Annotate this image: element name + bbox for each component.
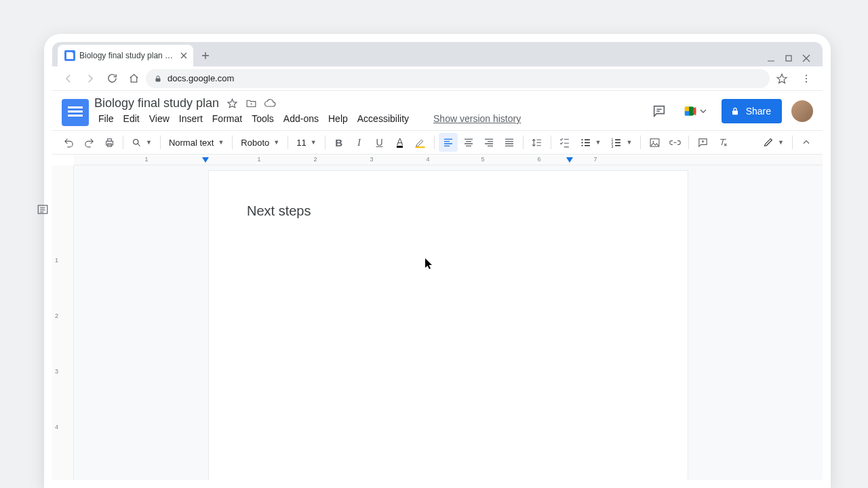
insert-link-button[interactable] xyxy=(665,133,684,152)
menu-file[interactable]: File xyxy=(94,112,118,125)
share-button[interactable]: Share xyxy=(722,99,782,123)
docs-favicon-icon xyxy=(64,50,75,61)
browser-menu-button[interactable] xyxy=(797,69,816,88)
italic-button[interactable]: I xyxy=(350,133,369,152)
menu-edit[interactable]: Edit xyxy=(119,112,144,125)
document-title[interactable]: Biology final study plan xyxy=(94,96,219,110)
cloud-status-icon[interactable] xyxy=(264,98,276,110)
move-button[interactable] xyxy=(245,98,257,110)
outline-toggle-button[interactable] xyxy=(34,201,52,218)
tab-close-button[interactable] xyxy=(180,52,188,60)
svg-rect-8 xyxy=(107,138,111,141)
back-button[interactable] xyxy=(59,69,78,88)
new-tab-button[interactable] xyxy=(197,47,214,64)
menu-insert[interactable]: Insert xyxy=(175,112,207,125)
account-avatar[interactable] xyxy=(791,100,813,122)
font-value: Roboto xyxy=(241,138,269,148)
clear-formatting-button[interactable] xyxy=(713,133,732,152)
print-button[interactable] xyxy=(100,133,119,152)
tab-title: Biology final study plan - Google D xyxy=(79,51,176,60)
url-text: docs.google.com xyxy=(167,73,234,83)
font-select[interactable]: Roboto ▼ xyxy=(237,133,283,152)
numbered-list-button[interactable]: 123▼ xyxy=(606,133,636,152)
lock-icon xyxy=(154,75,162,83)
zoom-select[interactable]: ▼ xyxy=(127,133,156,152)
indent-marker-left[interactable] xyxy=(202,157,209,163)
svg-rect-1 xyxy=(156,78,161,81)
font-size-select[interactable]: 11 ▼ xyxy=(292,133,320,152)
forward-button[interactable] xyxy=(81,69,100,88)
paragraph-style-select[interactable]: Normal text ▼ xyxy=(165,133,228,152)
svg-point-10 xyxy=(134,139,139,144)
menu-addons[interactable]: Add-ons xyxy=(279,112,323,125)
svg-text:3: 3 xyxy=(612,144,614,148)
caret-down-icon xyxy=(700,108,707,115)
reload-button[interactable] xyxy=(102,69,121,88)
svg-rect-7 xyxy=(106,141,113,145)
menu-accessibility[interactable]: Accessibility xyxy=(353,112,413,125)
svg-point-12 xyxy=(581,139,583,140)
document-page[interactable]: Next steps xyxy=(209,171,688,480)
document-heading[interactable]: Next steps xyxy=(247,203,650,219)
formatting-toolbar: ▼ Normal text ▼ Roboto ▼ 11 ▼ B I U A ▼ xyxy=(52,130,823,155)
svg-text:1: 1 xyxy=(612,138,614,141)
star-button[interactable] xyxy=(226,98,238,110)
line-spacing-button[interactable] xyxy=(528,133,547,152)
svg-point-2 xyxy=(806,75,807,76)
tab-strip: Biology final study plan - Google D xyxy=(52,42,823,66)
svg-text:2: 2 xyxy=(612,141,614,144)
align-center-button[interactable] xyxy=(459,133,478,152)
comments-button[interactable] xyxy=(650,102,669,121)
redo-button[interactable] xyxy=(79,133,98,152)
home-button[interactable] xyxy=(124,69,143,88)
bookmark-button[interactable] xyxy=(772,69,791,88)
align-justify-button[interactable] xyxy=(500,133,519,152)
share-label: Share xyxy=(746,106,771,117)
minimize-button[interactable] xyxy=(767,54,776,62)
menu-help[interactable]: Help xyxy=(324,112,352,125)
svg-rect-0 xyxy=(786,56,791,61)
bold-button[interactable]: B xyxy=(330,133,349,152)
close-window-button[interactable] xyxy=(802,54,812,62)
undo-button[interactable] xyxy=(59,133,78,152)
svg-point-14 xyxy=(581,144,583,146)
svg-point-4 xyxy=(806,81,807,82)
browser-toolbar: docs.google.com xyxy=(52,66,823,91)
menu-bar: File Edit View Insert Format Tools Add-o… xyxy=(94,112,650,125)
browser-tab[interactable]: Biology final study plan - Google D xyxy=(58,45,193,66)
meet-button[interactable] xyxy=(678,100,712,123)
zoom-icon xyxy=(132,138,142,148)
add-comment-button[interactable] xyxy=(693,133,712,152)
text-color-button[interactable]: A xyxy=(391,133,410,152)
svg-rect-11 xyxy=(415,146,425,148)
address-bar[interactable]: docs.google.com xyxy=(146,69,770,88)
style-value: Normal text xyxy=(169,138,214,148)
underline-button[interactable]: U xyxy=(370,133,389,152)
menu-format[interactable]: Format xyxy=(208,112,246,125)
editing-mode-button[interactable]: ▼ xyxy=(759,133,788,152)
highlight-button[interactable] xyxy=(411,133,430,152)
indent-marker-right[interactable] xyxy=(566,157,573,163)
collapse-toolbar-button[interactable] xyxy=(797,133,816,152)
svg-point-13 xyxy=(581,142,583,143)
size-value: 11 xyxy=(296,138,306,148)
docs-header: Biology final study plan File Edit View … xyxy=(52,91,823,126)
maximize-button[interactable] xyxy=(785,54,794,62)
svg-point-3 xyxy=(806,77,807,79)
checklist-button[interactable] xyxy=(555,133,574,152)
bulleted-list-button[interactable]: ▼ xyxy=(576,133,606,152)
horizontal-ruler[interactable]: 1 1 2 3 4 5 6 7 xyxy=(74,155,823,165)
meet-icon xyxy=(684,104,698,119)
insert-image-button[interactable] xyxy=(645,133,664,152)
vertical-ruler[interactable]: 1 2 3 4 xyxy=(52,165,74,480)
version-history-link[interactable]: Show version history xyxy=(429,112,525,125)
menu-tools[interactable]: Tools xyxy=(248,112,278,125)
align-left-button[interactable] xyxy=(439,133,458,152)
menu-view[interactable]: View xyxy=(145,112,174,125)
docs-logo-icon[interactable] xyxy=(62,99,89,126)
device-frame: Biology final study plan - Google D xyxy=(44,34,831,488)
document-canvas: 1 2 3 4 Next steps xyxy=(52,165,823,480)
browser-window: Biology final study plan - Google D xyxy=(52,42,823,480)
svg-point-19 xyxy=(652,141,654,142)
align-right-button[interactable] xyxy=(479,133,498,152)
